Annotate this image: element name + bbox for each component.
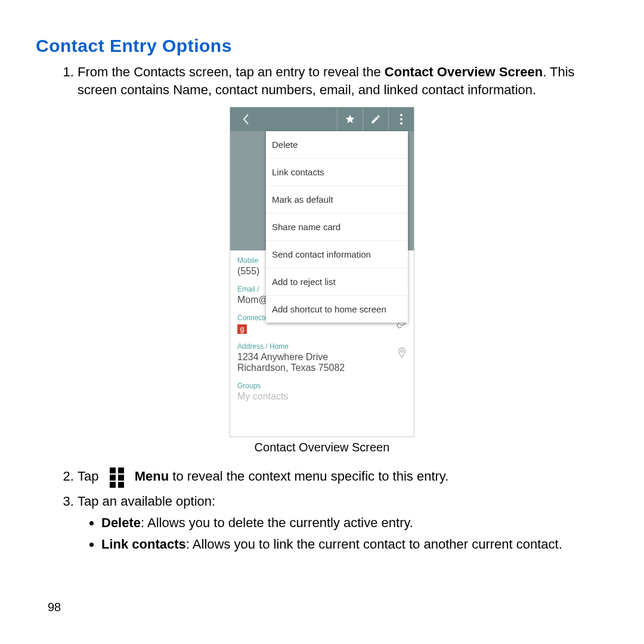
step2-post: to reveal the context menu specific to t… — [169, 469, 448, 484]
overflow-menu: Delete Link contacts Mark as default Sha… — [266, 131, 408, 323]
step3-text: Tap an available option: — [78, 494, 215, 509]
svg-rect-9 — [118, 482, 124, 488]
menu-delete[interactable]: Delete — [266, 131, 408, 159]
menu-add-shortcut[interactable]: Add shortcut to home screen — [266, 296, 408, 323]
star-icon — [345, 114, 355, 125]
svg-rect-8 — [110, 482, 116, 488]
step-3: Tap an available option: Delete: Allows … — [78, 493, 608, 553]
groups-label: Groups — [237, 382, 407, 390]
address-label: Address / Home — [237, 342, 407, 351]
menu-add-to-reject-list[interactable]: Add to reject list — [266, 268, 408, 296]
svg-rect-4 — [110, 467, 116, 473]
step-1: From the Contacts screen, tap an entry t… — [78, 63, 608, 98]
address-line2: Richardson, Texas 75082 — [237, 363, 407, 373]
map-pin-icon — [397, 347, 407, 361]
svg-rect-7 — [118, 475, 124, 481]
groups-value: My contacts — [237, 391, 407, 402]
overflow-menu-button[interactable] — [388, 107, 414, 131]
action-bar — [230, 107, 414, 131]
bullet-link-contacts: Link contacts: Allows you to link the cu… — [101, 535, 608, 553]
address-line1: 1234 Anywhere Drive — [237, 352, 407, 363]
more-vert-icon — [400, 113, 403, 125]
bullet-link-rest: : Allows you to link the current contact… — [186, 537, 562, 552]
menu-link-contacts[interactable]: Link contacts — [266, 159, 408, 186]
section-heading: Contact Entry Options — [36, 36, 608, 56]
favorite-button[interactable] — [337, 107, 363, 131]
menu-share-name-card[interactable]: Share name card — [266, 213, 408, 241]
bullet-delete-rest: : Allows you to delete the currently act… — [141, 515, 413, 530]
edit-button[interactable] — [363, 107, 388, 131]
bullet-delete: Delete: Allows you to delete the current… — [101, 514, 608, 532]
svg-rect-6 — [110, 475, 116, 481]
back-button[interactable] — [230, 107, 261, 131]
bullet-delete-bold: Delete — [101, 515, 141, 530]
address-field[interactable]: Address / Home 1234 Anywhere Drive Richa… — [237, 342, 407, 373]
page-number: 98 — [48, 600, 61, 614]
svg-point-1 — [400, 118, 402, 120]
step2-pre: Tap — [78, 469, 103, 484]
menu-icon — [105, 465, 129, 489]
menu-mark-as-default[interactable]: Mark as default — [266, 186, 408, 213]
phone-screenshot: Mobile (555) Email / Mom@gmail.com @ Con… — [230, 107, 414, 437]
svg-point-0 — [400, 114, 402, 116]
google-badge-icon: g — [237, 324, 247, 334]
groups-field[interactable]: Groups My contacts — [237, 382, 407, 402]
step1-pre: From the Contacts screen, tap an entry t… — [78, 64, 385, 79]
svg-rect-5 — [118, 467, 124, 473]
menu-send-contact-info[interactable]: Send contact information — [266, 241, 408, 268]
screenshot-caption: Contact Overview Screen — [36, 441, 608, 454]
step2-bold: Menu — [135, 469, 169, 484]
step-2: Tap Menu to reveal the context menu spec… — [78, 465, 608, 489]
svg-point-2 — [400, 122, 402, 125]
step1-bold: Contact Overview Screen — [385, 64, 543, 79]
bullet-link-bold: Link contacts — [101, 537, 186, 552]
pencil-icon — [370, 114, 381, 125]
chevron-left-icon — [242, 113, 249, 125]
